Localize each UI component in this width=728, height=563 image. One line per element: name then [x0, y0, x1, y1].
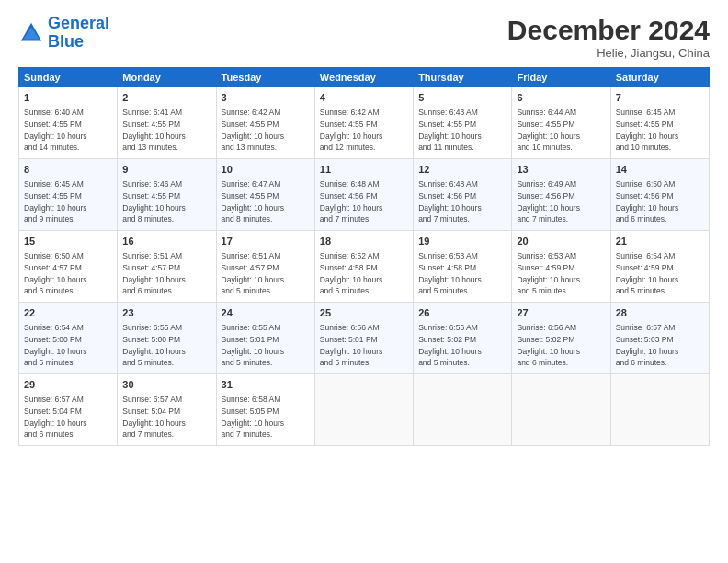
day-detail: Sunrise: 6:47 AMSunset: 4:55 PMDaylight:… — [222, 179, 285, 224]
header-row: Sunday Monday Tuesday Wednesday Thursday… — [19, 68, 710, 87]
day-detail: Sunrise: 6:40 AMSunset: 4:55 PMDaylight:… — [24, 108, 87, 152]
day-number: 22 — [24, 306, 112, 320]
calendar-cell: 10Sunrise: 6:47 AMSunset: 4:55 PMDayligh… — [216, 159, 314, 231]
day-detail: Sunrise: 6:57 AMSunset: 5:04 PMDaylight:… — [122, 395, 186, 439]
calendar-cell — [414, 374, 512, 446]
day-number: 16 — [122, 235, 210, 248]
calendar-cell: 1Sunrise: 6:40 AMSunset: 4:55 PMDaylight… — [19, 87, 118, 159]
day-number: 26 — [418, 306, 506, 320]
col-thursday: Thursday — [414, 68, 512, 87]
day-number: 1 — [24, 91, 112, 105]
title-block: December 2024 Helie, Jiangsu, China — [507, 15, 710, 60]
calendar-cell: 15Sunrise: 6:50 AMSunset: 4:57 PMDayligh… — [19, 231, 118, 303]
logo-text: General Blue — [48, 15, 109, 52]
day-number: 15 — [24, 235, 112, 248]
day-detail: Sunrise: 6:51 AMSunset: 4:57 PMDaylight:… — [222, 251, 285, 295]
day-detail: Sunrise: 6:57 AMSunset: 5:03 PMDaylight:… — [616, 323, 679, 367]
day-detail: Sunrise: 6:42 AMSunset: 4:55 PMDaylight:… — [320, 108, 383, 152]
day-number: 31 — [222, 378, 310, 392]
day-detail: Sunrise: 6:49 AMSunset: 4:56 PMDaylight:… — [517, 179, 580, 224]
day-number: 12 — [418, 163, 506, 177]
calendar-cell: 3Sunrise: 6:42 AMSunset: 4:55 PMDaylight… — [216, 87, 314, 159]
calendar-cell: 29Sunrise: 6:57 AMSunset: 5:04 PMDayligh… — [19, 374, 118, 446]
day-detail: Sunrise: 6:54 AMSunset: 5:00 PMDaylight:… — [24, 323, 87, 367]
day-detail: Sunrise: 6:56 AMSunset: 5:01 PMDaylight:… — [320, 323, 383, 367]
calendar-cell: 18Sunrise: 6:52 AMSunset: 4:58 PMDayligh… — [314, 231, 413, 303]
day-number: 11 — [320, 163, 408, 177]
day-number: 13 — [517, 163, 605, 177]
day-detail: Sunrise: 6:53 AMSunset: 4:58 PMDaylight:… — [418, 251, 482, 295]
day-number: 2 — [122, 91, 210, 105]
calendar-cell: 14Sunrise: 6:50 AMSunset: 4:56 PMDayligh… — [610, 159, 709, 231]
col-sunday: Sunday — [19, 68, 118, 87]
day-detail: Sunrise: 6:48 AMSunset: 4:56 PMDaylight:… — [320, 179, 383, 224]
col-monday: Monday — [118, 68, 216, 87]
day-number: 14 — [616, 163, 704, 177]
calendar-cell: 7Sunrise: 6:45 AMSunset: 4:55 PMDaylight… — [610, 87, 709, 159]
calendar-cell: 17Sunrise: 6:51 AMSunset: 4:57 PMDayligh… — [216, 231, 314, 303]
day-number: 27 — [517, 306, 605, 320]
day-number: 30 — [122, 378, 210, 392]
calendar-cell: 30Sunrise: 6:57 AMSunset: 5:04 PMDayligh… — [118, 374, 216, 446]
day-detail: Sunrise: 6:50 AMSunset: 4:57 PMDaylight:… — [24, 251, 87, 295]
day-number: 3 — [222, 91, 310, 105]
day-detail: Sunrise: 6:53 AMSunset: 4:59 PMDaylight:… — [517, 251, 580, 295]
header: General Blue December 2024 Helie, Jiangs… — [18, 15, 710, 60]
day-number: 18 — [320, 235, 408, 248]
day-detail: Sunrise: 6:44 AMSunset: 4:55 PMDaylight:… — [517, 108, 580, 152]
day-detail: Sunrise: 6:51 AMSunset: 4:57 PMDaylight:… — [122, 251, 186, 295]
day-number: 7 — [616, 91, 704, 105]
calendar-cell: 9Sunrise: 6:46 AMSunset: 4:55 PMDaylight… — [118, 159, 216, 231]
calendar-cell: 22Sunrise: 6:54 AMSunset: 5:00 PMDayligh… — [19, 303, 118, 374]
day-detail: Sunrise: 6:57 AMSunset: 5:04 PMDaylight:… — [24, 395, 87, 439]
calendar-cell: 25Sunrise: 6:56 AMSunset: 5:01 PMDayligh… — [314, 303, 413, 374]
day-detail: Sunrise: 6:54 AMSunset: 4:59 PMDaylight:… — [616, 251, 679, 295]
day-number: 25 — [320, 306, 408, 320]
day-detail: Sunrise: 6:41 AMSunset: 4:55 PMDaylight:… — [122, 108, 186, 152]
day-number: 23 — [122, 306, 210, 320]
day-detail: Sunrise: 6:45 AMSunset: 4:55 PMDaylight:… — [616, 108, 679, 152]
calendar-cell: 6Sunrise: 6:44 AMSunset: 4:55 PMDaylight… — [512, 87, 610, 159]
day-number: 6 — [517, 91, 605, 105]
calendar-cell — [610, 374, 709, 446]
calendar-cell: 31Sunrise: 6:58 AMSunset: 5:05 PMDayligh… — [216, 374, 314, 446]
logo-line1: General — [48, 14, 109, 32]
logo-line2: Blue — [48, 32, 84, 51]
calendar-cell: 8Sunrise: 6:45 AMSunset: 4:55 PMDaylight… — [19, 159, 118, 231]
calendar-cell: 21Sunrise: 6:54 AMSunset: 4:59 PMDayligh… — [610, 231, 709, 303]
calendar-table: Sunday Monday Tuesday Wednesday Thursday… — [18, 67, 710, 446]
day-detail: Sunrise: 6:52 AMSunset: 4:58 PMDaylight:… — [320, 251, 383, 295]
logo: General Blue — [18, 15, 109, 52]
day-number: 10 — [222, 163, 310, 177]
calendar-cell: 23Sunrise: 6:55 AMSunset: 5:00 PMDayligh… — [118, 303, 216, 374]
location-subtitle: Helie, Jiangsu, China — [507, 46, 710, 60]
day-number: 5 — [418, 91, 506, 105]
calendar-cell: 12Sunrise: 6:48 AMSunset: 4:56 PMDayligh… — [414, 159, 512, 231]
day-number: 9 — [122, 163, 210, 177]
calendar-cell: 26Sunrise: 6:56 AMSunset: 5:02 PMDayligh… — [414, 303, 512, 374]
page: General Blue December 2024 Helie, Jiangs… — [0, 0, 728, 563]
logo-icon — [18, 20, 44, 46]
day-detail: Sunrise: 6:42 AMSunset: 4:55 PMDaylight:… — [222, 108, 285, 152]
calendar-cell: 24Sunrise: 6:55 AMSunset: 5:01 PMDayligh… — [216, 303, 314, 374]
day-number: 21 — [616, 235, 704, 248]
day-number: 28 — [616, 306, 704, 320]
calendar-cell: 5Sunrise: 6:43 AMSunset: 4:55 PMDaylight… — [414, 87, 512, 159]
calendar-cell: 2Sunrise: 6:41 AMSunset: 4:55 PMDaylight… — [118, 87, 216, 159]
day-number: 19 — [418, 235, 506, 248]
calendar-cell: 11Sunrise: 6:48 AMSunset: 4:56 PMDayligh… — [314, 159, 413, 231]
day-number: 4 — [320, 91, 408, 105]
day-number: 24 — [222, 306, 310, 320]
day-number: 29 — [24, 378, 112, 392]
calendar-cell: 13Sunrise: 6:49 AMSunset: 4:56 PMDayligh… — [512, 159, 610, 231]
calendar-cell: 27Sunrise: 6:56 AMSunset: 5:02 PMDayligh… — [512, 303, 610, 374]
calendar-week-2: 8Sunrise: 6:45 AMSunset: 4:55 PMDaylight… — [19, 159, 710, 231]
day-detail: Sunrise: 6:56 AMSunset: 5:02 PMDaylight:… — [517, 323, 580, 367]
col-saturday: Saturday — [610, 68, 709, 87]
calendar-header: Sunday Monday Tuesday Wednesday Thursday… — [19, 68, 710, 87]
day-detail: Sunrise: 6:55 AMSunset: 5:00 PMDaylight:… — [122, 323, 186, 367]
col-wednesday: Wednesday — [314, 68, 413, 87]
calendar-body: 1Sunrise: 6:40 AMSunset: 4:55 PMDaylight… — [19, 87, 710, 446]
day-detail: Sunrise: 6:58 AMSunset: 5:05 PMDaylight:… — [222, 395, 285, 439]
day-detail: Sunrise: 6:55 AMSunset: 5:01 PMDaylight:… — [222, 323, 285, 367]
